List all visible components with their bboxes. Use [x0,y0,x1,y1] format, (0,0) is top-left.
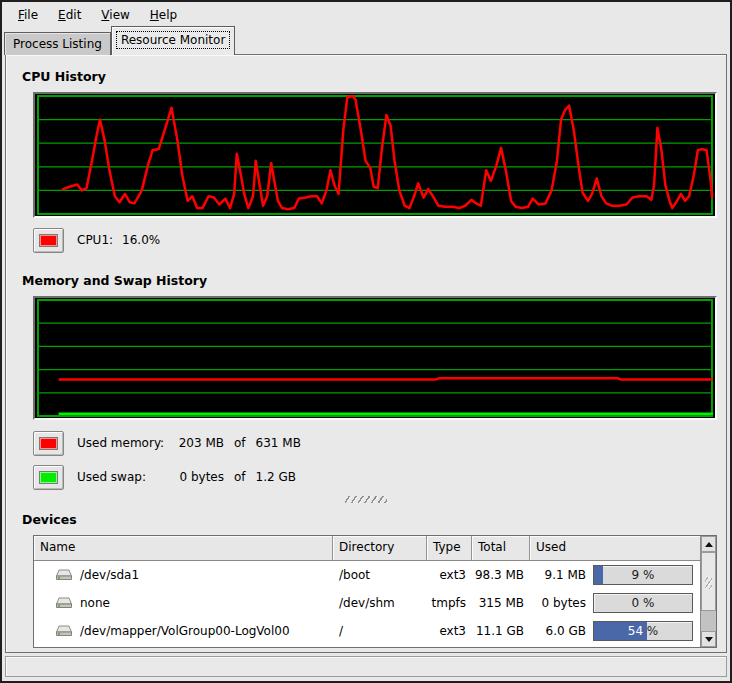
disk-icon [55,624,73,639]
memory-legend-label: Used memory: [77,436,174,450]
device-name: /dev/mapper/VolGroup00-LogVol00 [80,624,290,638]
vertical-scrollbar[interactable] [700,536,716,647]
menu-view[interactable]: View [91,5,139,25]
memory-legend: Used memory: 203 MB of 631 MB [33,430,712,456]
column-header-type[interactable]: Type [427,536,472,561]
system-monitor-window: File Edit View Help Process Listing Reso… [0,0,732,683]
device-total-cell: 98.3 MB [472,561,530,589]
usage-progress-bar: 54 %54 % [593,621,693,641]
up-arrow-icon [705,542,713,547]
down-arrow-icon [705,637,713,642]
cpu-color-swatch [39,234,58,247]
disk-icon [55,596,73,611]
menu-bar: File Edit View Help [2,2,730,28]
devices-table-body: /dev/sda1/bootext398.3 MB9.1 MB9 %9 %non… [34,561,700,645]
memory-swap-chart [33,296,717,420]
scroll-down-button[interactable] [701,631,716,647]
device-name: none [80,596,110,610]
memory-used-value: 203 MB [174,436,224,450]
scrollbar-thumb[interactable] [701,552,716,611]
cpu-legend-value: 16.0% [122,233,160,247]
column-header-directory[interactable]: Directory [333,536,427,561]
swap-color-swatch [39,471,58,484]
usage-progress-bar: 9 %9 % [593,565,693,585]
device-directory-cell: /boot [333,561,427,589]
swap-legend: Used swap: 0 bytes of 1.2 GB [33,464,712,490]
column-header-name[interactable]: Name [34,536,333,561]
memory-of-label: of [234,436,246,450]
device-used-value: 0 bytes [541,596,586,610]
device-name: /dev/sda1 [80,568,139,582]
swap-legend-label: Used swap: [77,470,174,484]
column-header-used[interactable]: Used [530,536,700,561]
usage-percent-label: 9 % [594,566,692,584]
device-type-cell: ext3 [427,617,472,645]
tab-strip: Process Listing Resource Monitor [2,28,730,54]
device-directory-cell: /dev/shm [333,589,427,617]
focus-ring: Resource Monitor [116,31,230,49]
device-directory-cell: / [333,617,427,645]
devices-title: Devices [22,512,712,527]
resource-monitor-panel: CPU History CPU1: 16.0% Memory and Swap … [5,54,727,653]
device-type-cell: tmpfs [427,589,472,617]
status-bar [5,656,727,677]
device-used-value: 6.0 GB [546,624,586,638]
usage-progress-bar: 0 %0 % [593,593,693,613]
tab-resource-monitor[interactable]: Resource Monitor [111,26,235,55]
cpu-color-button[interactable] [33,228,64,253]
swap-color-button[interactable] [33,465,64,490]
pane-resize-grip[interactable] [345,496,387,503]
memory-total-value: 631 MB [256,436,301,450]
device-total-cell: 315 MB [472,589,530,617]
scrollbar-trough[interactable] [701,611,716,631]
table-row[interactable]: /dev/sda1/bootext398.3 MB9.1 MB9 %9 % [34,561,700,589]
disk-icon [55,568,73,583]
device-name-cell: /dev/mapper/VolGroup00-LogVol00 [34,617,333,645]
menu-file[interactable]: File [8,5,48,25]
cpu-legend: CPU1: 16.0% [33,227,712,253]
devices-table-header: Name Directory Type Total Used [34,536,700,561]
device-type-cell: ext3 [427,561,472,589]
tab-process-listing[interactable]: Process Listing [4,32,111,55]
swap-of-label: of [234,470,246,484]
cpu-history-title: CPU History [22,69,712,84]
device-name-cell: none [34,589,333,617]
table-row[interactable]: /dev/mapper/VolGroup00-LogVol00/ext311.1… [34,617,700,645]
device-used-value: 9.1 MB [545,568,586,582]
swap-used-value: 0 bytes [174,470,224,484]
cpu-history-plot [35,94,715,216]
devices-table: Name Directory Type Total Used /dev/sda1… [33,535,717,648]
cpu-legend-label: CPU1: [77,233,113,247]
column-header-total[interactable]: Total [472,536,530,561]
tab-resource-monitor-label: Resource Monitor [121,33,225,47]
memory-color-button[interactable] [33,431,64,456]
memory-swap-plot [35,298,715,418]
usage-percent-label: 0 % [594,594,692,612]
cpu-history-chart [33,92,717,218]
tab-process-listing-label: Process Listing [13,37,102,51]
menu-edit[interactable]: Edit [48,5,91,25]
device-used-cell: 9.1 MB9 %9 % [530,561,700,589]
device-used-cell: 0 bytes0 %0 % [530,589,700,617]
memory-swap-title: Memory and Swap History [22,273,712,288]
scroll-up-button[interactable] [701,536,716,552]
swap-total-value: 1.2 GB [256,470,296,484]
device-used-cell: 6.0 GB54 %54 % [530,617,700,645]
table-row[interactable]: none/dev/shmtmpfs315 MB0 bytes0 %0 % [34,589,700,617]
menu-help[interactable]: Help [140,5,187,25]
device-total-cell: 11.1 GB [472,617,530,645]
memory-color-swatch [39,437,58,450]
device-name-cell: /dev/sda1 [34,561,333,589]
